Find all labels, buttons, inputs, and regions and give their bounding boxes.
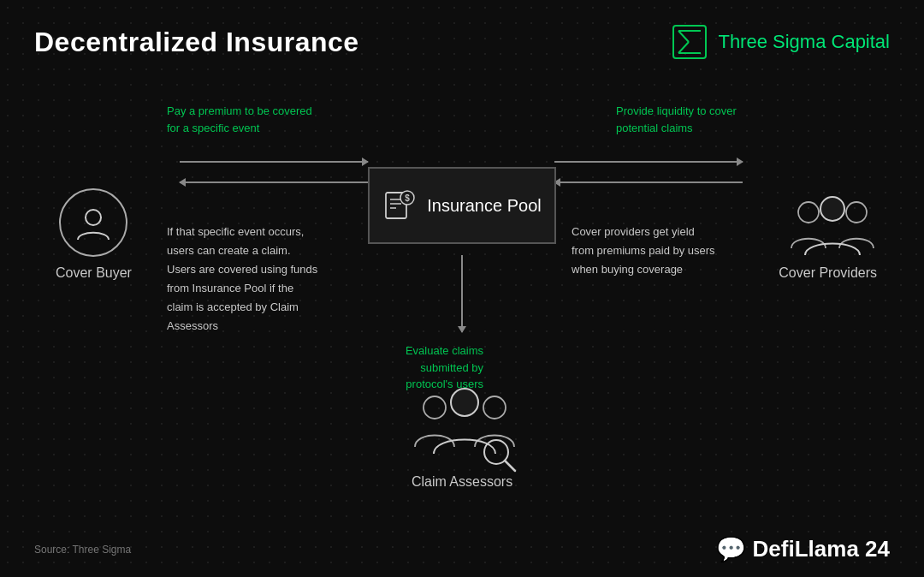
claim-assessors-entity: Claim Assessors	[411, 377, 513, 490]
cover-buyer-entity: Cover Buyer	[56, 188, 132, 281]
brand-icon	[672, 24, 708, 60]
svg-line-19	[505, 461, 515, 471]
brand-name: Three Sigma Capital	[718, 31, 890, 53]
footer: Source: Three Sigma 💬 DefiLlama 24	[34, 535, 890, 563]
annotation-yield: Cover providers get yield from premiums …	[572, 223, 760, 279]
defi-brand-text: DefiLlama 24	[753, 536, 890, 562]
svg-text:$: $	[406, 193, 411, 203]
header: Decentralized Insurance Three Sigma Capi…	[0, 0, 924, 77]
svg-point-5	[86, 210, 101, 225]
arrow-pool-to-assessors	[461, 255, 463, 332]
arrow-providers-to-pool	[554, 181, 743, 183]
wechat-icon: 💬	[716, 535, 746, 563]
insurance-pool-box: $ Insurance Pool	[368, 167, 556, 244]
svg-point-14	[820, 197, 844, 221]
annotation-pay-premium: Pay a premium to be covered for a specif…	[167, 103, 321, 136]
source-text: Source: Three Sigma	[34, 544, 131, 556]
diagram-area: Pay a premium to be covered for a specif…	[0, 94, 924, 543]
cover-providers-icon	[790, 188, 867, 257]
pool-icon: $	[382, 189, 415, 222]
annotation-provide-liquidity: Provide liquidity to cover potential cla…	[616, 103, 787, 136]
annotation-claim-info: If that specific event occurs, users can…	[167, 223, 351, 336]
svg-point-17	[451, 389, 478, 416]
page-container: Decentralized Insurance Three Sigma Capi…	[0, 0, 924, 577]
cover-buyer-icon	[59, 188, 127, 257]
pool-label: Insurance Pool	[427, 196, 541, 216]
svg-point-12	[798, 202, 819, 223]
claim-assessors-icon	[411, 377, 513, 471]
cover-providers-label: Cover Providers	[779, 265, 877, 281]
svg-point-16	[483, 396, 506, 419]
defi-brand: 💬 DefiLlama 24	[716, 535, 890, 563]
page-title: Decentralized Insurance	[34, 27, 359, 58]
arrow-pool-to-buyer	[180, 181, 368, 183]
brand-logo-area: Three Sigma Capital	[672, 24, 890, 60]
svg-line-2	[678, 31, 689, 42]
cover-providers-entity: Cover Providers	[779, 188, 877, 281]
svg-point-13	[846, 202, 867, 223]
arrow-pool-to-providers	[554, 161, 743, 163]
cover-buyer-label: Cover Buyer	[56, 265, 132, 281]
claim-assessors-label: Claim Assessors	[412, 474, 512, 490]
arrow-buyer-to-pool	[180, 161, 368, 163]
svg-line-3	[678, 42, 689, 53]
svg-point-15	[424, 396, 446, 419]
